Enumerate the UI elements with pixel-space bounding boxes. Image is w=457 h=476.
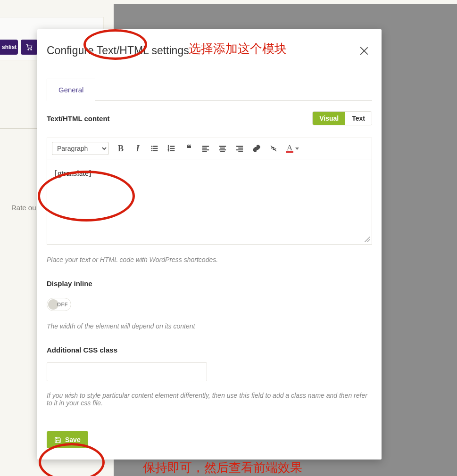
- content-help-text: Place your text or HTML code with WordPr…: [47, 256, 372, 263]
- settings-modal: Configure Text/HTML settings General Tex…: [37, 29, 382, 460]
- inline-help-text: The width of the element will depend on …: [47, 322, 372, 330]
- close-icon[interactable]: [359, 46, 369, 56]
- cart-icon: [25, 43, 33, 51]
- save-icon: [54, 436, 61, 443]
- svg-rect-14: [202, 146, 209, 147]
- toggle-switch[interactable]: OFF: [47, 298, 71, 311]
- bg-rate-text: Rate ou: [11, 204, 36, 212]
- save-button-label: Save: [65, 436, 81, 443]
- svg-point-2: [151, 146, 152, 147]
- rich-text-editor: Paragraph B I 123 ❝: [47, 138, 372, 245]
- inline-toggle[interactable]: OFF: [47, 298, 372, 311]
- svg-rect-15: [202, 148, 207, 149]
- modal-title: Configure Text/HTML settings: [47, 44, 189, 57]
- svg-rect-5: [153, 148, 158, 149]
- link-icon[interactable]: [252, 143, 261, 154]
- bg-wishlist-button[interactable]: shlist: [0, 40, 18, 55]
- text-mode-button[interactable]: Text: [345, 112, 372, 125]
- svg-rect-24: [236, 149, 243, 150]
- editor-mode-toggle: Visual Text: [312, 111, 372, 125]
- svg-rect-17: [202, 151, 207, 152]
- svg-point-6: [151, 150, 152, 151]
- css-label: Additional CSS class: [47, 346, 372, 354]
- modal-header: Configure Text/HTML settings: [47, 42, 372, 57]
- svg-rect-20: [219, 149, 226, 150]
- css-class-input[interactable]: [47, 362, 207, 381]
- svg-rect-22: [236, 146, 243, 147]
- numbered-list-icon[interactable]: 123: [167, 143, 176, 154]
- svg-point-1: [31, 49, 32, 50]
- editor-toolbar: Paragraph B I 123 ❝: [47, 138, 372, 159]
- svg-rect-25: [239, 151, 243, 152]
- css-help-text: If you wish to style particular content …: [47, 392, 372, 407]
- align-left-icon[interactable]: [201, 143, 210, 154]
- bg-top-bar: [114, 0, 457, 4]
- svg-point-4: [151, 148, 152, 149]
- editor-text: [gtranslate]: [55, 169, 91, 178]
- svg-rect-18: [219, 146, 226, 147]
- annotation-text-bottom: 保持即可，然后查看前端效果: [143, 460, 302, 476]
- svg-rect-16: [202, 149, 209, 150]
- svg-rect-13: [170, 150, 174, 151]
- tab-general[interactable]: General: [47, 79, 95, 101]
- italic-icon[interactable]: I: [133, 143, 142, 154]
- svg-rect-11: [170, 148, 174, 149]
- svg-rect-7: [153, 150, 158, 151]
- svg-rect-21: [221, 151, 225, 152]
- svg-text:3: 3: [168, 149, 169, 152]
- editor-content[interactable]: [gtranslate]: [47, 159, 372, 244]
- tab-bar: General: [47, 79, 372, 101]
- bg-cart-button[interactable]: [21, 40, 38, 55]
- svg-rect-9: [170, 146, 174, 147]
- content-section-header: Text/HTML content Visual Text: [47, 111, 372, 125]
- blockquote-icon[interactable]: ❝: [184, 143, 193, 154]
- svg-rect-23: [239, 148, 243, 149]
- bullet-list-icon[interactable]: [150, 143, 159, 154]
- visual-mode-button[interactable]: Visual: [313, 112, 345, 125]
- text-color-icon[interactable]: A: [286, 143, 299, 154]
- save-button[interactable]: Save: [47, 431, 88, 448]
- svg-rect-19: [221, 148, 225, 149]
- bold-icon[interactable]: B: [116, 143, 125, 154]
- align-center-icon[interactable]: [218, 143, 227, 154]
- svg-point-0: [28, 49, 29, 50]
- unlink-icon[interactable]: [269, 143, 278, 154]
- inline-label: Display inline: [47, 279, 372, 287]
- svg-rect-3: [153, 146, 158, 147]
- resize-handle-icon[interactable]: [364, 237, 370, 242]
- align-right-icon[interactable]: [235, 143, 244, 154]
- toggle-state-label: OFF: [57, 302, 68, 307]
- format-select[interactable]: Paragraph: [52, 142, 108, 155]
- content-label: Text/HTML content: [47, 115, 110, 123]
